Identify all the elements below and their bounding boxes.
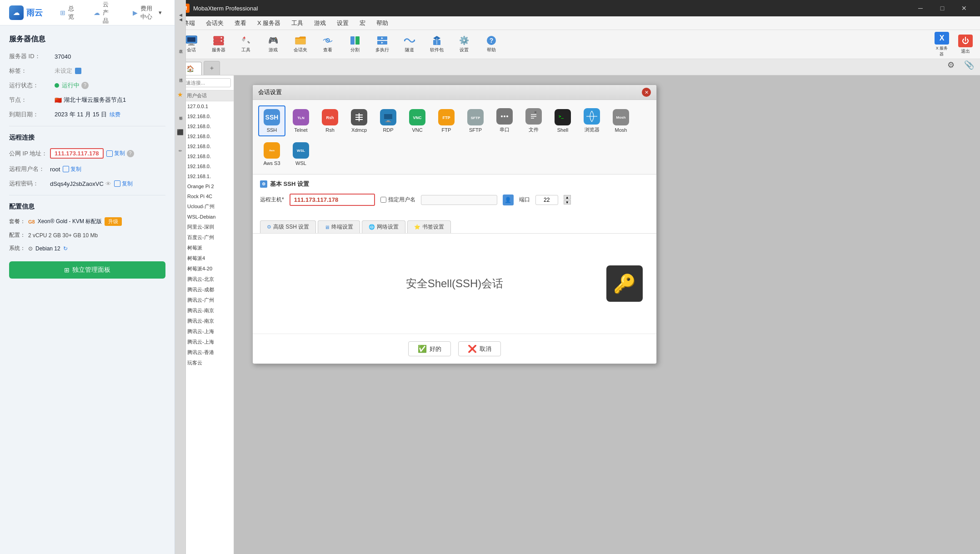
port-input[interactable] [535, 195, 558, 205]
manage-panel-btn[interactable]: ⊞ 独立管理面板 [9, 261, 165, 279]
remote-host-input[interactable] [290, 194, 375, 206]
username-input[interactable] [421, 195, 497, 205]
proto-awss3[interactable]: Aws Aws S3 [258, 139, 285, 170]
proto-file[interactable]: 文件 [520, 105, 547, 137]
menu-settings[interactable]: 设置 [332, 17, 353, 29]
proto-ftp[interactable]: FTP FTP [433, 105, 460, 136]
port-up-btn[interactable]: ▲ [564, 195, 571, 200]
tab-add[interactable]: ＋ [204, 61, 220, 75]
cloud-products-label: 云产品 [103, 0, 115, 25]
adv-tab-terminal[interactable]: 🖥 终端设置 [318, 220, 360, 233]
vert-collapse-btn[interactable]: ◀◀ [175, 4, 185, 31]
adv-tab-bookmark[interactable]: ⭐ 书签设置 [407, 220, 451, 233]
tool-split[interactable]: 分割 [342, 32, 368, 57]
proto-browser[interactable]: 浏览器 [578, 105, 605, 137]
mobaxtrem-window: M MobaXterm Professional ─ □ ✕ 终端 会话夹 查看… [175, 0, 980, 554]
proto-mosh[interactable]: Mosh Mosh [607, 105, 635, 136]
ssh-settings-area: ⚙ 基本 SSH 设置 远程主机* 指定用户名 👤 端口 [253, 175, 656, 217]
adv-tab-network[interactable]: 🌐 网络设置 [362, 220, 405, 233]
clipboard-icon[interactable]: 📎 [962, 58, 976, 72]
proto-rdp[interactable]: RDP [375, 105, 402, 136]
toggle-pwd-icon[interactable]: 👁 [105, 180, 111, 187]
upgrade-btn[interactable]: 升级 [105, 217, 122, 226]
nav-overview[interactable]: ⊞ 总览 [56, 2, 79, 24]
tool-multiexec[interactable]: 多执行 [370, 32, 395, 57]
tool-settings[interactable]: ⚙️ 设置 [451, 32, 477, 57]
maximize-btn[interactable]: □ [932, 0, 953, 16]
proto-sftp[interactable]: SFTP SFTP [462, 105, 489, 136]
minimize-btn[interactable]: ─ [910, 0, 931, 16]
specify-user-check[interactable] [380, 197, 386, 203]
copy-pwd-btn[interactable]: 复制 [114, 180, 133, 188]
copy-ip-btn[interactable]: 复制 [106, 150, 125, 157]
ip-help-icon[interactable]: ? [127, 150, 134, 157]
settings-row-host: 远程主机* 指定用户名 👤 端口 ▲ ▼ [260, 194, 649, 206]
adv-network-icon: 🌐 [369, 224, 375, 230]
tool-tunnel[interactable]: 隧道 [397, 32, 422, 57]
menu-sessions[interactable]: 会话夹 [201, 17, 228, 29]
logout-btn[interactable]: ⏻ 退出 [955, 33, 976, 56]
close-btn[interactable]: ✕ [954, 0, 975, 16]
menu-xserver[interactable]: X 服务器 [253, 17, 285, 29]
svg-text:WSL: WSL [297, 149, 305, 153]
dialog-title: 会话设置 [258, 88, 282, 96]
proto-ssh[interactable]: SSH SSH [258, 105, 285, 136]
svg-rect-34 [384, 114, 392, 119]
menu-games[interactable]: 游戏 [310, 17, 330, 29]
proto-rsh-label: Rsh [325, 127, 335, 133]
renew-link[interactable]: 续费 [110, 111, 120, 119]
menu-macro[interactable]: 宏 [355, 17, 370, 29]
proto-vnc[interactable]: VNC VNC [404, 105, 431, 136]
cancel-btn[interactable]: ❌ 取消 [458, 341, 501, 356]
vertical-sidebar: ◀◀ 状态 选择 ★ 标签 ⬛ ✏ [175, 0, 186, 554]
nav-billing[interactable]: ▶ 费用中心 ▾ [129, 2, 165, 24]
vert-select-btn[interactable]: 选择 [175, 62, 185, 89]
tool-view[interactable]: 查看 [315, 32, 340, 57]
ok-label: 好的 [430, 345, 441, 353]
session-item-label: 腾讯云-南京 [187, 318, 214, 324]
view-icon [321, 35, 334, 45]
user-icon-btn[interactable]: 👤 [503, 195, 514, 205]
proto-sftp-label: SFTP [469, 127, 482, 133]
specs-value: 2 vCPU 2 GB 30+ GB 10 Mb [28, 232, 98, 239]
svg-text:Aws: Aws [269, 149, 275, 152]
dialog-close-btn[interactable]: ✕ [642, 88, 651, 97]
proto-telnet[interactable]: TLN Telnet [287, 105, 315, 136]
nav-cloud-products[interactable]: ☁ 云产品 [90, 0, 118, 28]
session-item-label: 树莓派4-20 [187, 265, 212, 272]
tool-games[interactable]: 🎮 游戏 [260, 32, 286, 57]
proto-wsl[interactable]: WSL WSL [287, 139, 315, 170]
tool-packages[interactable]: 软件包 [424, 32, 450, 57]
port-down-btn[interactable]: ▼ [564, 200, 571, 205]
menu-tools[interactable]: 工具 [287, 17, 308, 29]
ok-btn[interactable]: ✅ 好的 [408, 341, 451, 356]
expiry-row: 到期日期： 2023 年 11 月 15 日 续费 [9, 110, 165, 119]
menu-view[interactable]: 查看 [230, 17, 251, 29]
menu-help[interactable]: 帮助 [372, 17, 393, 29]
proto-serial[interactable]: 串口 [491, 105, 518, 137]
tool-help[interactable]: ? 帮助 [479, 32, 504, 57]
proto-xdmcp[interactable]: Xdmcp [345, 105, 373, 136]
x-service-btn[interactable]: X X 服务器 [931, 30, 953, 59]
status-help-icon[interactable]: ? [81, 82, 89, 89]
refresh-icon[interactable]: ↻ [63, 245, 68, 252]
remote-pwd-label: 远程密码： [9, 180, 50, 188]
vert-status-btn[interactable]: 状态 [175, 33, 185, 60]
proto-shell[interactable]: >_ Shell [549, 105, 576, 136]
vert-label-btn[interactable]: 标签 [175, 100, 185, 127]
tool-sessions-folder[interactable]: 会话夹 [288, 32, 313, 57]
adv-tab-ssh[interactable]: ⚙ 高级 SSH 设置 [260, 220, 316, 233]
tool-tools[interactable]: 工具 [233, 32, 259, 57]
proto-rsh[interactable]: Rsh Rsh [316, 105, 344, 136]
settings-gear-icon[interactable]: ⚙ [944, 58, 958, 72]
edit-tag-icon[interactable] [75, 68, 81, 74]
vert-red-icon[interactable]: ⬛ [177, 129, 184, 135]
package-label: 套餐： [9, 218, 25, 225]
overview-icon: ⊞ [60, 9, 65, 16]
vert-star-icon[interactable]: ★ [177, 91, 183, 98]
logo-text: 雨云 [26, 7, 43, 18]
vert-pencil-btn[interactable]: ✏ [175, 137, 185, 165]
specs-row: 配置： 2 vCPU 2 GB 30+ GB 10 Mb [9, 231, 165, 239]
copy-user-btn[interactable]: 复制 [63, 165, 81, 173]
tool-server[interactable]: 服务器 [206, 32, 231, 57]
